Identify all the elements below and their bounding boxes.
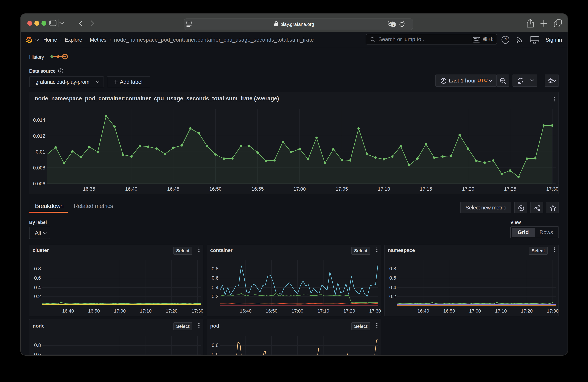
svg-text:文: 文 bbox=[392, 23, 395, 26]
svg-text:?: ? bbox=[504, 37, 507, 42]
